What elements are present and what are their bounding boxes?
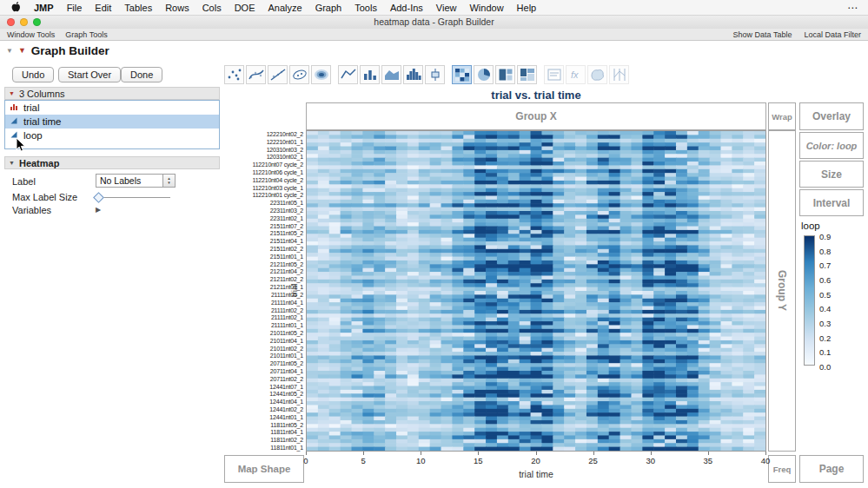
y-axis-label: 21511nt02_2 bbox=[219, 246, 303, 252]
y-axis-label: 21011nt01_1 bbox=[219, 353, 303, 359]
zone-size[interactable]: Size bbox=[799, 161, 864, 188]
zone-freq[interactable]: Freq bbox=[768, 455, 796, 483]
tool-strip: Window ToolsGraph Tools Show Data TableL… bbox=[0, 29, 868, 41]
undo-button[interactable]: Undo bbox=[12, 67, 54, 82]
histogram-icon[interactable] bbox=[403, 65, 423, 84]
label-dropdown-value: No Labels bbox=[100, 175, 141, 186]
column-item-loop[interactable]: loop bbox=[5, 129, 219, 142]
report-header: ▼ ▼ Graph Builder bbox=[0, 41, 868, 60]
y-axis-label: 21511nt07_2 bbox=[219, 223, 303, 229]
zone-overlay[interactable]: Overlay bbox=[799, 102, 864, 130]
zone-page[interactable]: Page bbox=[799, 455, 864, 483]
area-icon[interactable] bbox=[381, 65, 401, 84]
y-axis-label: 112210nt07 cycle_2 bbox=[219, 162, 303, 168]
continuous-column-icon bbox=[10, 116, 18, 127]
palette-group-4: fx bbox=[544, 65, 629, 84]
slider-thumb[interactable] bbox=[93, 192, 104, 203]
menu-bar: JMPFileEditTablesRowsColsDOEAnalyzeGraph… bbox=[0, 0, 868, 16]
zone-interval[interactable]: Interval bbox=[799, 189, 864, 216]
menu-item-graph[interactable]: Graph bbox=[315, 3, 342, 13]
max-label-size-slider[interactable] bbox=[97, 197, 170, 198]
line-icon[interactable] bbox=[338, 65, 358, 84]
x-tick-label: 0 bbox=[303, 456, 308, 465]
menu-item-file[interactable]: File bbox=[67, 3, 83, 13]
heatmap-canvas[interactable] bbox=[307, 131, 765, 451]
y-axis-label: 112210nt03 cycle_1 bbox=[219, 185, 303, 191]
column-item-label: loop bbox=[23, 130, 43, 141]
y-axis-label: 22311nt05_1 bbox=[219, 200, 303, 206]
zone-group-x[interactable]: Group X bbox=[306, 102, 766, 130]
points-icon[interactable] bbox=[224, 65, 244, 84]
column-item-trial-time[interactable]: trial time bbox=[5, 115, 219, 129]
ellipse-icon[interactable] bbox=[289, 65, 309, 84]
done-button[interactable]: Done bbox=[121, 67, 162, 82]
legend-tick: 0.8 bbox=[819, 247, 831, 256]
apple-menu-icon[interactable] bbox=[10, 1, 21, 14]
columns-panel-header[interactable]: ▼ 3 Columns bbox=[4, 87, 220, 100]
heatmap-panel-title: Heatmap bbox=[19, 158, 59, 168]
heatmap-icon[interactable] bbox=[452, 65, 472, 84]
palette-group-3 bbox=[452, 65, 537, 84]
y-axis-label: 120310nt02_1 bbox=[219, 154, 303, 160]
report-disclosure-icon[interactable]: ▼ bbox=[18, 46, 26, 55]
y-axis-label: 122210nt02_2 bbox=[219, 131, 303, 137]
heatmap-panel-header[interactable]: ▼ Heatmap bbox=[4, 156, 220, 169]
menu-item-rows[interactable]: Rows bbox=[165, 3, 189, 13]
legend-tick: 0.7 bbox=[819, 260, 831, 270]
tool-strip-left: Window ToolsGraph Tools bbox=[7, 30, 108, 39]
smoother-icon[interactable] bbox=[246, 65, 266, 84]
parallel-icon[interactable] bbox=[609, 65, 629, 84]
legend-tick: 0.5 bbox=[819, 290, 831, 300]
zone-color[interactable]: Color: loop bbox=[799, 132, 864, 159]
label-dropdown[interactable]: No Labels ▴▾ bbox=[96, 174, 176, 188]
map-shape-icon[interactable] bbox=[587, 65, 607, 84]
dropdown-stepper-icon[interactable]: ▴▾ bbox=[162, 175, 175, 187]
box-plot-icon[interactable] bbox=[425, 65, 445, 84]
menu-item-view[interactable]: View bbox=[436, 3, 457, 13]
toolstrip-show-data-table[interactable]: Show Data Table bbox=[733, 30, 792, 39]
menu-item-cols[interactable]: Cols bbox=[202, 3, 222, 13]
treemap-icon[interactable] bbox=[495, 65, 515, 84]
contour-icon[interactable] bbox=[311, 65, 331, 84]
x-tick-mark bbox=[765, 452, 766, 455]
legend-gradient-bar[interactable] bbox=[804, 235, 815, 366]
max-label-size-label: Max Label Size bbox=[12, 192, 77, 202]
window-disclosure-icon[interactable]: ▼ bbox=[6, 47, 13, 55]
mouse-cursor-icon bbox=[16, 137, 26, 156]
menu-item-analyze[interactable]: Analyze bbox=[268, 3, 302, 13]
menu-item-jmp[interactable]: JMP bbox=[34, 3, 54, 13]
zone-map-shape-label: Map Shape bbox=[238, 464, 291, 474]
menu-item-tables[interactable]: Tables bbox=[124, 3, 152, 13]
y-axis-label: 22311nt03_2 bbox=[219, 208, 303, 214]
caption-box-icon[interactable] bbox=[544, 65, 564, 84]
menu-item-doe[interactable]: DOE bbox=[235, 3, 255, 13]
menu-item-window[interactable]: Window bbox=[469, 3, 503, 13]
mosaic-icon[interactable] bbox=[517, 65, 537, 84]
menu-item-help[interactable]: Help bbox=[517, 3, 537, 13]
menu-overflow-icon[interactable]: ⋯ bbox=[847, 2, 858, 14]
heatmap-disclosure-icon[interactable]: ▼ bbox=[9, 160, 15, 166]
column-item-trial[interactable]: trial bbox=[5, 101, 219, 115]
window-title: heatmap data - Graph Builder bbox=[0, 16, 868, 27]
start-over-button[interactable]: Start Over bbox=[58, 67, 121, 82]
columns-disclosure-icon[interactable]: ▼ bbox=[9, 90, 15, 96]
formula-icon[interactable]: fx bbox=[566, 65, 586, 84]
toolstrip-local-data-filter[interactable]: Local Data Filter bbox=[804, 30, 861, 39]
line-of-fit-icon[interactable] bbox=[268, 65, 288, 84]
toolstrip-graph-tools[interactable]: Graph Tools bbox=[65, 30, 107, 39]
heatmap-plot-area[interactable] bbox=[306, 130, 766, 452]
zone-freq-label: Freq bbox=[773, 465, 792, 474]
menu-item-tools[interactable]: Tools bbox=[354, 3, 377, 13]
zone-group-y[interactable]: Group Y bbox=[768, 130, 796, 452]
bar-icon[interactable] bbox=[360, 65, 380, 84]
pie-icon[interactable] bbox=[474, 65, 494, 84]
zone-map-shape[interactable]: Map Shape bbox=[224, 455, 304, 483]
legend-tick: 0.6 bbox=[819, 275, 831, 285]
variables-expand-icon[interactable]: ▶ bbox=[96, 206, 101, 214]
zone-wrap[interactable]: Wrap bbox=[768, 102, 796, 130]
x-tick-label: 35 bbox=[704, 456, 713, 465]
menu-item-add-ins[interactable]: Add-Ins bbox=[390, 3, 423, 13]
menu-item-edit[interactable]: Edit bbox=[95, 3, 111, 13]
zone-page-label: Page bbox=[819, 463, 845, 475]
toolstrip-window-tools[interactable]: Window Tools bbox=[7, 30, 55, 39]
